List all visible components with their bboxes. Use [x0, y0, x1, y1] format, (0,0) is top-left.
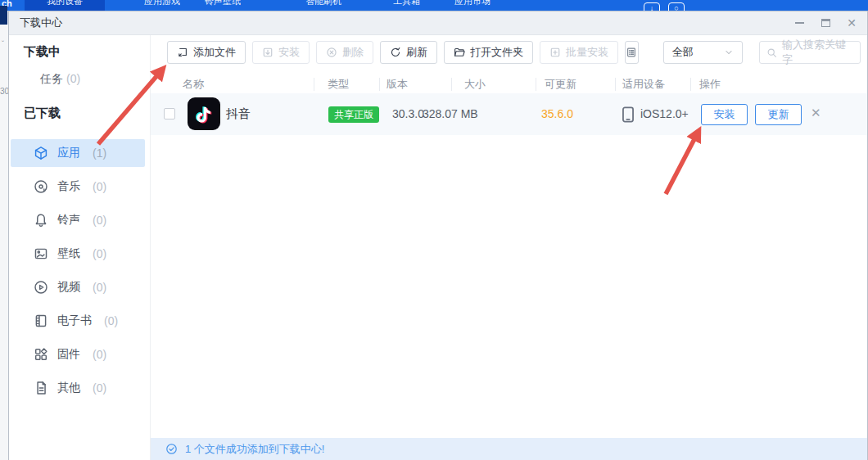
- license-badge: 共享正版: [328, 106, 379, 123]
- install-icon: [262, 47, 274, 58]
- disc-icon: [34, 179, 48, 194]
- install-button[interactable]: 安装: [252, 41, 310, 64]
- grid-icon: [34, 347, 48, 362]
- batch-install-button[interactable]: 批量安装: [540, 41, 618, 64]
- batch-install-icon: [549, 47, 561, 58]
- bg-tab-flash[interactable]: 智能刷机: [305, 0, 341, 11]
- section-downloaded: 已下载: [24, 106, 61, 121]
- sidebar-item-tasks[interactable]: 任务(0): [40, 72, 80, 87]
- column-type: 类型: [314, 78, 379, 91]
- app-version: 30.3.0: [392, 107, 424, 120]
- bg-logo-block: [0, 6, 7, 25]
- delete-icon: [326, 47, 337, 58]
- image-icon: [34, 246, 48, 261]
- search-placeholder: 输入搜索关键字: [782, 38, 853, 67]
- sidebar-item-ebooks[interactable]: 电子书(0): [11, 307, 145, 335]
- search-icon: [766, 47, 777, 58]
- column-version: 版本: [379, 78, 451, 91]
- updatable-version: 35.6.0: [541, 107, 573, 120]
- bg-chevron: ˬ: [2, 34, 4, 42]
- filter-dropdown[interactable]: 全部: [663, 41, 743, 64]
- refresh-button[interactable]: 刷新: [380, 41, 437, 64]
- sidebar: 下载中 任务(0) 已下载 应用(1) 音乐(0) 铃声(0): [9, 35, 151, 460]
- window-title: 下载中心: [20, 11, 62, 34]
- status-message: 1 个文件成功添加到下载中心!: [185, 442, 324, 457]
- background-app-bar: ch 我的设备 应用游戏 铃声壁纸 智能刷机 工具箱 应用市场 ↓ ○: [0, 0, 868, 11]
- refresh-icon: [390, 47, 401, 58]
- table-header: 名称 类型 版本 大小 可更新 适用设备 操作: [151, 74, 867, 95]
- sidebar-item-music[interactable]: 音乐(0): [11, 173, 145, 201]
- book-icon: [34, 313, 48, 328]
- row-install-button[interactable]: 安装: [701, 104, 748, 125]
- background-edge: ˬ 30: [0, 11, 8, 460]
- download-center-window: 下载中心 ✕ 下载中 任务(0) 已下载 应用(1) 音乐(0): [8, 11, 868, 460]
- tiktok-app-icon: [188, 97, 220, 130]
- row-checkbox[interactable]: [164, 108, 175, 120]
- bg-tab-apps[interactable]: 应用游戏: [144, 0, 180, 11]
- maximize-icon: [821, 19, 830, 27]
- phone-icon: [619, 105, 637, 124]
- close-button[interactable]: ✕: [844, 16, 859, 30]
- cube-icon: [34, 146, 48, 160]
- list-icon: [626, 47, 637, 58]
- download-icon[interactable]: ↓: [644, 2, 660, 11]
- add-file-button[interactable]: 添加文件: [167, 41, 246, 64]
- device-compatibility: iOS12.0+: [640, 107, 689, 120]
- sidebar-item-ringtones[interactable]: 铃声(0): [11, 206, 145, 234]
- row-remove-icon[interactable]: ✕: [811, 106, 821, 120]
- bg-partial-text: 30: [0, 87, 8, 96]
- section-downloading: 下载中: [24, 44, 61, 60]
- minimize-button[interactable]: [792, 16, 807, 30]
- bg-tab-toolbox[interactable]: 工具箱: [393, 0, 420, 11]
- title-bar: 下载中心 ✕: [9, 11, 867, 35]
- sidebar-item-wallpapers[interactable]: 壁纸(0): [11, 240, 145, 268]
- bg-tab-market[interactable]: 应用市场: [454, 0, 491, 11]
- check-circle-icon: [165, 443, 178, 455]
- bg-tab-ringtones[interactable]: 铃声壁纸: [205, 0, 241, 11]
- bell-icon: [34, 213, 48, 228]
- column-name: 名称: [151, 78, 314, 91]
- column-device: 适用设备: [615, 78, 690, 91]
- maximize-button[interactable]: [818, 16, 833, 30]
- column-updatable: 可更新: [536, 78, 615, 91]
- app-size: 328.07 MB: [423, 107, 478, 120]
- close-icon: ✕: [847, 17, 857, 29]
- sidebar-item-apps[interactable]: 应用(1): [11, 139, 145, 167]
- table-row: 抖音 共享正版 30.3.0 328.07 MB 35.6.0 iOS12.0+…: [151, 93, 867, 135]
- column-actions: 操作: [690, 78, 867, 91]
- main-panel: 添加文件 安装 删除 刷新 打开文件夹: [151, 35, 867, 460]
- list-view-button[interactable]: [625, 41, 639, 64]
- folder-icon: [454, 47, 465, 58]
- search-input[interactable]: 输入搜索关键字: [759, 41, 861, 64]
- sidebar-item-firmware[interactable]: 固件(0): [11, 340, 145, 368]
- minimize-icon: [795, 22, 804, 24]
- filter-dropdown-value: 全部: [672, 45, 694, 60]
- bg-tab-my-device[interactable]: 我的设备: [25, 0, 105, 11]
- delete-button[interactable]: 删除: [316, 41, 373, 64]
- chevron-down-icon: [724, 47, 734, 57]
- row-update-button[interactable]: 更新: [755, 104, 802, 125]
- column-size: 大小: [451, 78, 536, 91]
- add-file-icon: [177, 47, 188, 58]
- sidebar-item-others[interactable]: 其他(0): [11, 374, 145, 402]
- toolbar: 添加文件 安装 删除 刷新 打开文件夹: [167, 41, 861, 64]
- file-icon: [34, 381, 48, 395]
- app-name: 抖音: [226, 106, 251, 122]
- ring-icon[interactable]: ○: [668, 2, 685, 11]
- play-icon: [34, 280, 48, 295]
- status-bar: 1 个文件成功添加到下载中心!: [151, 438, 867, 460]
- sidebar-item-videos[interactable]: 视频(0): [11, 273, 145, 301]
- open-folder-button[interactable]: 打开文件夹: [444, 41, 533, 64]
